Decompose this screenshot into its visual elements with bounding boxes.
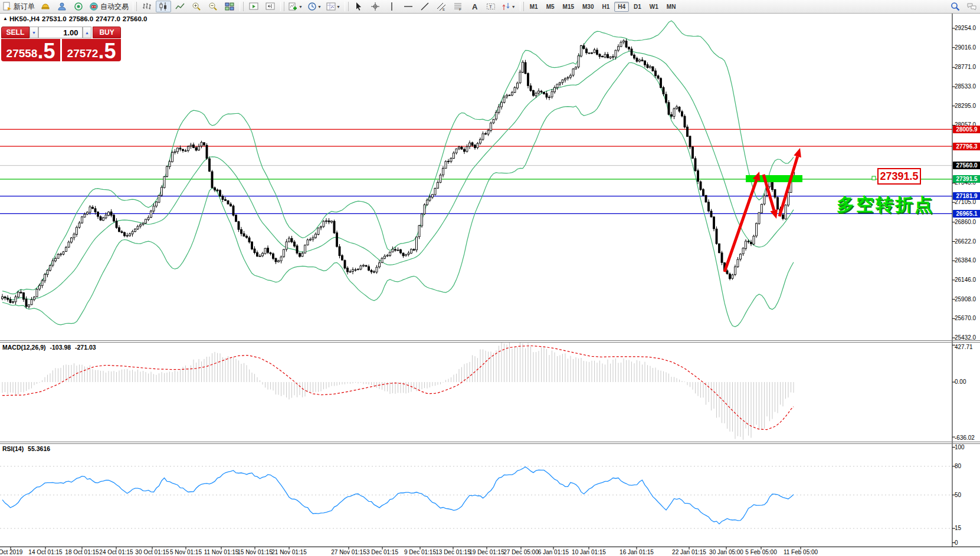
buy-price-fraction: .5	[98, 42, 116, 60]
rsi-label: RSI(14) 55.3616	[2, 445, 50, 452]
chart-shift-icon	[266, 2, 275, 11]
toolbar-button-vline[interactable]	[384, 1, 399, 12]
toolbar-button-arrows[interactable]: ▼	[500, 1, 517, 12]
toolbar-button-indicators[interactable]: ▼	[287, 1, 304, 12]
mt4-window: { "toolbar": { "items": [ {"type":"btn",…	[0, 0, 980, 556]
time-tick-label: 27 Dec 05:00	[503, 549, 539, 555]
time-tick-label: 11 Feb 05:00	[784, 549, 818, 555]
timeframe-button-h4[interactable]: H4	[614, 2, 629, 12]
time-tick-label: 16 Jan 01:15	[620, 549, 654, 555]
time-tick-label: 30 Jan 05:00	[709, 549, 743, 555]
time-tick-label: 14 Oct 01:15	[28, 549, 62, 555]
macd-label: MACD(12,26,9) -103.98 -271.03	[2, 344, 96, 351]
chart-canvas[interactable]	[0, 0, 980, 556]
timeframe-button-m15[interactable]: M15	[559, 2, 578, 12]
sell-price-fraction: .5	[37, 42, 55, 60]
toolbar-button-autotrading[interactable]: 自动交易	[87, 1, 130, 12]
search-icon	[950, 2, 960, 11]
price-tick-label: 25432.0	[955, 334, 976, 341]
time-tick-label: 30 Oct 01:15	[135, 549, 169, 555]
toolbar-button-chart-shift[interactable]	[263, 1, 278, 12]
vline-icon	[387, 2, 396, 11]
timeframe-button-m5[interactable]: M5	[543, 2, 558, 12]
signal-icon	[74, 2, 83, 11]
trendline-icon	[420, 2, 430, 11]
timeframe-button-w1[interactable]: W1	[646, 2, 662, 12]
volume-input[interactable]: 1.00	[38, 27, 82, 38]
macd-main-value: -103.98	[50, 344, 71, 351]
toolbar-button-candlestick[interactable]	[156, 1, 171, 12]
toolbar-button-periods[interactable]: ▼	[306, 1, 323, 12]
toolbar-button-chat[interactable]	[964, 1, 979, 12]
toolbar-button-tile-windows[interactable]	[222, 1, 237, 12]
tile-windows-icon	[225, 2, 234, 11]
timeframe-button-m1[interactable]: M1	[526, 2, 542, 12]
toolbar-separator	[520, 2, 524, 11]
toolbar-button-cursor[interactable]	[351, 1, 366, 12]
rsi-axis-label: 0	[955, 539, 958, 546]
crosshair-icon	[371, 2, 380, 11]
toolbar-button-profile[interactable]	[54, 1, 70, 12]
toolbar-button-zoom-out[interactable]	[205, 1, 221, 12]
macd-signal-value: -271.03	[75, 344, 96, 351]
chat-icon	[967, 2, 976, 11]
toolbar-button-text[interactable]: A	[467, 1, 482, 12]
svg-text:T: T	[489, 4, 492, 9]
price-tag-27560.0: 27560.0	[953, 162, 980, 169]
timeframe-button-mn[interactable]: MN	[663, 2, 680, 12]
toolbar-button-label[interactable]: T	[483, 1, 499, 12]
toolbar-button-gold[interactable]	[38, 1, 53, 12]
time-tick-label: 24 Oct 01:15	[99, 549, 133, 555]
buy-button[interactable]: BUY	[93, 27, 121, 38]
open-value: 27531.0	[42, 15, 67, 22]
price-tick-label: 28295.0	[955, 103, 976, 109]
timeframe-button-m30[interactable]: M30	[579, 2, 597, 12]
price-tick-label: 29016.0	[955, 44, 976, 51]
up-triangle-icon: ▲	[3, 16, 8, 21]
toolbar-button-templates[interactable]: ▼	[325, 1, 342, 12]
profile-icon	[57, 2, 67, 11]
toolbar-separator	[240, 2, 244, 11]
volume-decrease-button[interactable]: ▼	[30, 27, 39, 38]
toolbar-button-signal[interactable]	[71, 1, 86, 12]
price-callout-label[interactable]: 27391.5	[877, 168, 921, 185]
toolbar-button-channel[interactable]: E	[434, 1, 449, 12]
rsi-axis-label: 100	[955, 444, 965, 450]
time-tick-label: 5 Feb 05:00	[745, 549, 776, 555]
price-tick-label: 26384.0	[955, 257, 976, 264]
toolbar-button-zoom-in[interactable]	[189, 1, 204, 12]
price-tag-28005.9: 28005.9	[953, 126, 980, 133]
toolbar-button-auto-scroll[interactable]	[246, 1, 261, 12]
toolbar-button-line-chart[interactable]	[172, 1, 188, 12]
toolbar-button-search[interactable]	[948, 1, 963, 12]
toolbar-separator	[345, 2, 349, 11]
toolbar-button-crosshair[interactable]	[368, 1, 383, 12]
toolbar-button-hline[interactable]	[401, 1, 416, 12]
time-tick-label: 9 Dec 01:15	[404, 549, 436, 555]
callout-anchor	[872, 176, 876, 180]
time-tick-label: 27 Nov 01:15	[331, 549, 366, 555]
close-value: 27560.0	[123, 15, 148, 22]
buy-price-display[interactable]: 27572.5	[62, 39, 121, 61]
toolbar-separator	[280, 2, 284, 11]
rsi-value: 55.3616	[28, 445, 50, 452]
price-tick-label: 26860.0	[955, 219, 976, 225]
sell-button[interactable]: SELL	[1, 27, 30, 38]
price-tick-label: 25670.0	[955, 315, 976, 321]
time-tick-label: 11 Nov 01:15	[204, 549, 239, 555]
time-tick-label: 19 Dec 01:15	[469, 549, 504, 555]
toolbar-button-fibonacci[interactable]: F	[450, 1, 466, 12]
svg-text:E: E	[443, 8, 445, 11]
toolbar-button-bar-chart[interactable]	[139, 1, 155, 12]
timeframe-button-h1[interactable]: H1	[598, 2, 613, 12]
auto-scroll-icon	[249, 2, 258, 11]
volume-increase-button[interactable]: ▲	[83, 27, 92, 38]
timeframe-button-d1[interactable]: D1	[630, 2, 645, 12]
channel-icon: E	[437, 2, 446, 11]
toolbar-separator	[133, 2, 137, 11]
toolbar-button-trendline[interactable]	[417, 1, 432, 12]
sell-price-display[interactable]: 27558.5	[1, 39, 60, 61]
turning-point-note[interactable]: 多空转折点	[837, 193, 934, 217]
time-tick-label: 3 Dec 01:15	[366, 549, 398, 555]
toolbar-button-new-order[interactable]: 新订单	[1, 1, 37, 12]
